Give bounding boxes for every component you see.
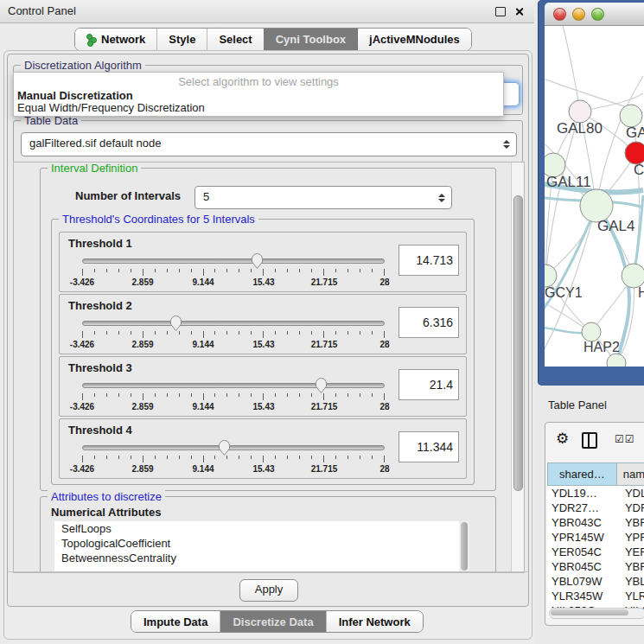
tab-label: Impute Data (143, 615, 207, 628)
slider-track[interactable] (82, 445, 385, 450)
close-traffic-light-icon[interactable] (553, 8, 566, 21)
slider-thumb-icon[interactable] (251, 252, 264, 270)
cell[interactable]: YBR0 (619, 515, 644, 530)
cell[interactable]: YDR27… (547, 501, 619, 515)
network-node-label: C (634, 162, 644, 178)
zoom-traffic-light-icon[interactable] (591, 8, 604, 21)
threshold-slider[interactable]: -3.4262.8599.14415.4321.71528 (82, 378, 385, 412)
numerical-attributes-label: Numerical Attributes (51, 506, 161, 519)
network-window-titlebar[interactable] (545, 3, 644, 26)
table-row[interactable]: YER054CYER0 (547, 545, 644, 559)
slider-thumb-icon[interactable] (218, 439, 231, 456)
slider-track[interactable] (82, 383, 385, 388)
dropdown-option-manual-discretization[interactable]: Manual Discretization (17, 89, 133, 102)
number-of-intervals-label: Number of Intervals (75, 189, 181, 202)
table-data-combobox[interactable]: galFiltered.sif default node (21, 132, 517, 156)
minimize-traffic-light-icon[interactable] (572, 8, 585, 21)
slider-tick-labels: -3.4262.8599.14415.4321.71528 (82, 340, 385, 349)
slider-ticks (82, 456, 385, 463)
cell[interactable]: YPR145W (547, 530, 619, 545)
select-columns-icon[interactable]: ☑☑ (615, 433, 635, 445)
network-canvas[interactable]: GAL80GACGAL11GAL4GCY1HHAP2 (545, 26, 644, 367)
threshold-panel: Threshold 3 -3.4262.8599.14415.4321.7152… (59, 356, 467, 417)
list-item[interactable]: TopologicalCoefficient (54, 536, 469, 551)
slider-track[interactable] (82, 321, 385, 326)
number-of-intervals-value: 5 (195, 187, 451, 207)
threshold-panel: Threshold 1 -3.4262.8599.14415.4321.7152… (59, 232, 467, 292)
cell[interactable]: YLR3 (619, 589, 644, 603)
control-panel-tabbar: Network Style Select Cyni Toolbox jActiv… (74, 28, 472, 51)
tab-infer-network[interactable]: Infer Network (326, 611, 423, 632)
threshold-slider[interactable]: -3.4262.8599.14415.4321.71528 (82, 316, 385, 350)
slider-thumb-icon[interactable] (169, 315, 182, 332)
horizontal-scrollbar[interactable] (549, 608, 644, 619)
cell[interactable]: YLR345W (547, 589, 619, 603)
dropdown-option-equal-width-frequency[interactable]: Equal Width/Frequency Discretization (17, 101, 205, 114)
algorithm-dropdown-popup: Select algorithm to view settings Manual… (13, 72, 504, 117)
threshold-value-field[interactable]: 21.4 (399, 369, 459, 400)
network-edge[interactable] (562, 26, 580, 112)
scrollbar-thumb[interactable] (551, 609, 628, 615)
threshold-value-field[interactable]: 6.316 (399, 307, 459, 338)
tab-label: Style (169, 33, 195, 46)
tab-style[interactable]: Style (156, 29, 207, 50)
group-title: Attributes to discretize (48, 490, 165, 503)
table-panel-titlebar: Table Panel (538, 393, 644, 418)
table-row[interactable]: YBR045CYBR0 (547, 559, 644, 574)
slider-thumb-icon[interactable] (315, 377, 328, 394)
threshold-panel: Threshold 2 -3.4262.8599.14415.4321.7152… (59, 294, 467, 354)
table-row[interactable]: YDL19…YDL1 (547, 486, 644, 501)
tab-select[interactable]: Select (207, 29, 263, 50)
network-node-label: GA (626, 124, 644, 141)
slider-tick-labels: -3.4262.8599.14415.4321.71528 (82, 402, 385, 411)
list-scrollbar[interactable] (459, 521, 469, 571)
threshold-slider[interactable]: -3.4262.8599.14415.4321.71528 (82, 253, 385, 288)
cell[interactable]: YPR1 (619, 530, 644, 545)
network-view-window[interactable]: GAL80GACGAL11GAL4GCY1HHAP2 (538, 0, 644, 386)
network-node-label: HAP2 (583, 340, 620, 354)
apply-button[interactable]: Apply (239, 579, 298, 602)
threshold-value-field[interactable]: 11.344 (399, 431, 459, 462)
cell[interactable]: YER0 (619, 545, 644, 559)
tab-label: Select (219, 33, 252, 46)
network-node[interactable] (607, 354, 626, 367)
cell[interactable]: YBR0 (619, 559, 644, 574)
close-icon[interactable] (514, 7, 524, 16)
network-icon (86, 34, 97, 46)
tab-discretize-data[interactable]: Discretize Data (220, 611, 325, 632)
table-row[interactable]: YDR27…YDR2 (547, 501, 644, 515)
split-view-icon[interactable] (582, 432, 597, 449)
threshold-slider[interactable]: -3.4262.8599.14415.4321.71528 (82, 440, 385, 475)
cell[interactable]: YBL079W (547, 574, 619, 589)
float-window-icon[interactable] (495, 7, 506, 16)
list-item[interactable]: SelfLoops (54, 521, 469, 536)
cell[interactable]: YBR045C (547, 559, 619, 574)
column-header-shared-name[interactable]: shared… (548, 463, 617, 485)
tab-network[interactable]: Network (75, 29, 156, 50)
network-node[interactable] (622, 264, 644, 288)
list-item[interactable]: BetweennessCentrality (54, 551, 469, 565)
cyni-bottom-tabbar: Impute Data Discretize Data Infer Networ… (131, 610, 424, 633)
column-header-name[interactable]: name (617, 463, 644, 485)
table-row[interactable]: YBL079WYBL0 (547, 574, 644, 589)
cell[interactable]: YER054C (547, 545, 619, 559)
tab-jactivemnodules[interactable]: jActiveMNodules (357, 29, 471, 50)
vertical-scrollbar[interactable] (511, 163, 524, 572)
table-row[interactable]: YBR043CYBR0 (547, 515, 644, 530)
gear-icon[interactable]: ⚙ (556, 430, 569, 449)
threshold-value-field[interactable]: 14.713 (399, 245, 459, 276)
table-row[interactable]: YPR145WYPR1 (547, 530, 644, 545)
network-node[interactable] (582, 322, 601, 341)
cell[interactable]: YDL1 (619, 486, 644, 501)
cell[interactable]: YDL19… (547, 486, 619, 501)
cell[interactable]: YBL0 (619, 574, 644, 589)
slider-track[interactable] (82, 258, 385, 264)
table-row[interactable]: YLR345WYLR3 (547, 589, 644, 603)
scrollbar-thumb[interactable] (513, 195, 523, 491)
tab-cyni-toolbox[interactable]: Cyni Toolbox (264, 29, 357, 50)
cell[interactable]: YBR043C (547, 515, 619, 530)
tab-impute-data[interactable]: Impute Data (131, 611, 220, 632)
cell[interactable]: YDR2 (619, 501, 644, 515)
apply-row: Apply (8, 571, 528, 607)
number-of-intervals-combobox[interactable]: 5 (194, 186, 452, 209)
